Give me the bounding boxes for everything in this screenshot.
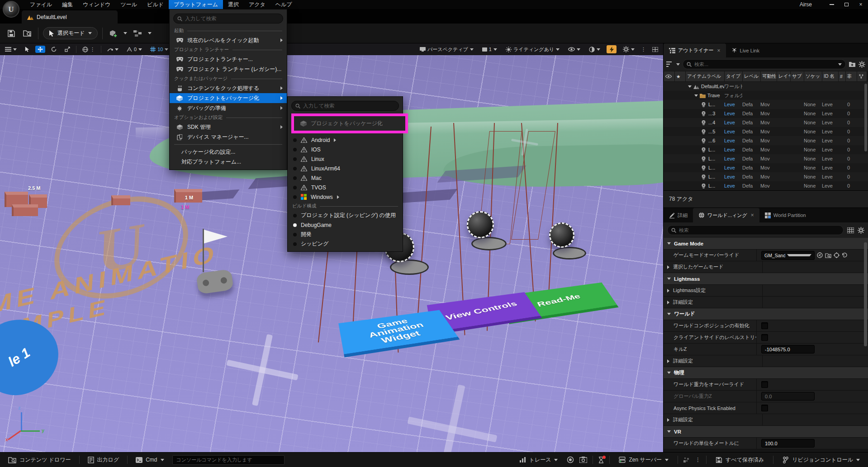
content-drawer-button[interactable]: コンテンツ ドロワー [5, 453, 75, 467]
tab-詳細[interactable]: 詳細 [664, 208, 693, 222]
platform-item-windows[interactable]: Windows [288, 192, 403, 202]
save-button[interactable] [5, 28, 17, 39]
gamemode-dropdown[interactable]: GM_Sandbox [761, 251, 815, 260]
menubar-item-ビルド[interactable]: ビルド [142, 0, 169, 9]
settings-expand-row[interactable]: Lightmass設定 [664, 285, 868, 297]
display-options-icon[interactable] [847, 227, 854, 233]
world-coordinate-button[interactable]: ⋮ [80, 46, 97, 53]
details-search[interactable] [667, 225, 844, 235]
performance-warning-button[interactable] [607, 45, 617, 53]
add-folder-icon[interactable] [849, 61, 856, 67]
platform-menu-search-input[interactable] [185, 16, 279, 21]
table-row[interactable]: ...5 Leve Defa Mov None Leve 0 [664, 127, 868, 136]
close-button[interactable]: × [854, 0, 868, 9]
settings-section-Game Mode[interactable]: Game Mode [664, 238, 868, 250]
tab-World Partition[interactable]: World Partition [759, 208, 811, 222]
tab-default-level[interactable]: DefaultLevel [22, 10, 118, 24]
platform-item-tvos[interactable]: TVOS [288, 183, 403, 192]
outliner-search[interactable] [683, 59, 846, 69]
trace-dropdown[interactable]: トレース [516, 453, 562, 467]
tab-Live Link[interactable]: Live Link [726, 43, 765, 57]
table-row[interactable]: L... Leve Defa Mov None Leve 0 [664, 154, 868, 163]
column-header[interactable]: ソケット [804, 71, 822, 81]
show-flags-dropdown[interactable] [566, 46, 583, 52]
column-header[interactable]: 可動性 [761, 71, 777, 81]
outliner-settings-icon[interactable] [859, 61, 865, 68]
eye-column-header[interactable] [664, 71, 674, 81]
minimize-button[interactable] [825, 0, 839, 9]
table-row[interactable]: ...4 Leve Defa Mov None Leve 0 [664, 118, 868, 127]
rotate-tool-button[interactable] [49, 46, 59, 53]
column-header[interactable]: タイプ [725, 71, 742, 81]
viewport-options-button[interactable] [3, 46, 19, 52]
tab-アウトライナー[interactable]: アウトライナー× [664, 43, 726, 57]
table-row[interactable]: DefaultLevelワールド [664, 82, 868, 91]
menubar-item-ツール[interactable]: ツール [116, 0, 142, 9]
details-search-input[interactable] [679, 227, 840, 233]
menu-item[interactable]: プロジェクトをパッケージ化 [170, 93, 287, 103]
scale-tool-button[interactable] [62, 46, 72, 53]
record-icon[interactable] [567, 456, 574, 463]
table-row[interactable]: Traveフォルダ [664, 91, 868, 100]
save-all-button[interactable]: すべて保存済み [712, 453, 768, 467]
settings-expand-row[interactable]: 詳細設定 [664, 297, 868, 308]
menubar-item-プラットフォーム[interactable]: プラットフォーム [169, 0, 223, 9]
maximize-button[interactable] [839, 0, 854, 9]
viewport-kebab-icon[interactable]: ⋮ [641, 47, 646, 52]
close-tab-icon[interactable]: × [717, 47, 721, 54]
camera-sphere[interactable] [549, 222, 574, 248]
platform-item-mac[interactable]: Mac [288, 173, 403, 183]
platform-item-ios[interactable]: IOS [288, 145, 403, 154]
checkbox[interactable] [761, 322, 768, 329]
filter-icon[interactable] [666, 61, 674, 67]
build-config-item[interactable]: 開発 [288, 230, 403, 239]
blueprints-chevron[interactable] [148, 32, 152, 34]
platform-item-android[interactable]: Android [288, 135, 403, 145]
value-input[interactable]: -1048575.0 [761, 345, 815, 354]
perspective-dropdown[interactable]: パースペクティブ [417, 45, 476, 54]
blueprints-button[interactable] [132, 28, 143, 39]
platform-menu-search[interactable] [173, 14, 283, 24]
platform-item-linux[interactable]: Linux [288, 154, 403, 164]
move-tool-button[interactable] [35, 46, 45, 53]
insights-grid-icon[interactable] [683, 457, 690, 463]
column-header[interactable]: アイテムラベル [686, 71, 724, 81]
expand-arrow-icon[interactable] [688, 85, 692, 88]
settings-expand-row[interactable]: 詳細設定 [664, 355, 868, 367]
menu-item[interactable]: SDK 管理 [170, 122, 287, 132]
column-header[interactable]: # [839, 71, 845, 81]
browse-asset-icon[interactable] [825, 253, 831, 258]
menu-item[interactable]: プロジェクト ランチャー (レガシー)... [170, 64, 287, 74]
table-row[interactable]: ...6 Leve Defa Mov None Leve 0 [664, 136, 868, 145]
column-header[interactable]: レベル [743, 71, 760, 81]
surface-snap-button[interactable] [105, 46, 121, 53]
screen-percentage-dropdown[interactable]: 1 [480, 46, 499, 53]
table-row[interactable]: L... Leve Defa Mov None Leve 0 [664, 163, 868, 172]
details-scrollbar[interactable] [864, 242, 867, 346]
package-submenu-search[interactable] [291, 101, 399, 111]
menu-item[interactable]: 対応プラットフォーム... [170, 157, 287, 167]
maximize-viewport-button[interactable] [650, 46, 660, 53]
column-header[interactable]: 非 [846, 71, 857, 81]
column-header[interactable]: ID 名 [822, 71, 838, 81]
cmd-dropdown[interactable]: Cmd [132, 453, 167, 467]
favorite-column-header[interactable]: ★ [675, 71, 685, 81]
menu-item[interactable]: コンテンツをクック処理する [170, 83, 287, 93]
use-selected-icon[interactable] [817, 252, 823, 258]
value-input[interactable]: 100.0 [761, 439, 815, 448]
menubar-item-アクタ[interactable]: アクタ [244, 0, 270, 9]
build-config-item[interactable]: DebugGame [288, 220, 403, 230]
table-row[interactable]: L... Leve Defa Mov None Leve 0 [664, 181, 868, 190]
editor-mode-dropdown[interactable]: 選択モード [43, 27, 98, 39]
checkbox[interactable] [761, 334, 768, 341]
outliner-scrollbar[interactable] [864, 84, 867, 151]
view-mode-dropdown[interactable]: ライティングあり [503, 45, 562, 54]
settings-expand-row[interactable]: 詳細設定 [664, 414, 868, 426]
table-row[interactable]: L... Leve Defa Mov None Leve 0 [664, 100, 868, 109]
link-column-header[interactable] [857, 71, 867, 81]
checkbox[interactable] [761, 381, 768, 388]
viewport-settings-button[interactable] [621, 45, 637, 53]
add-actor-button[interactable] [107, 28, 119, 39]
checkbox[interactable] [761, 405, 768, 411]
menu-item[interactable]: パッケージ化の設定... [170, 147, 287, 157]
